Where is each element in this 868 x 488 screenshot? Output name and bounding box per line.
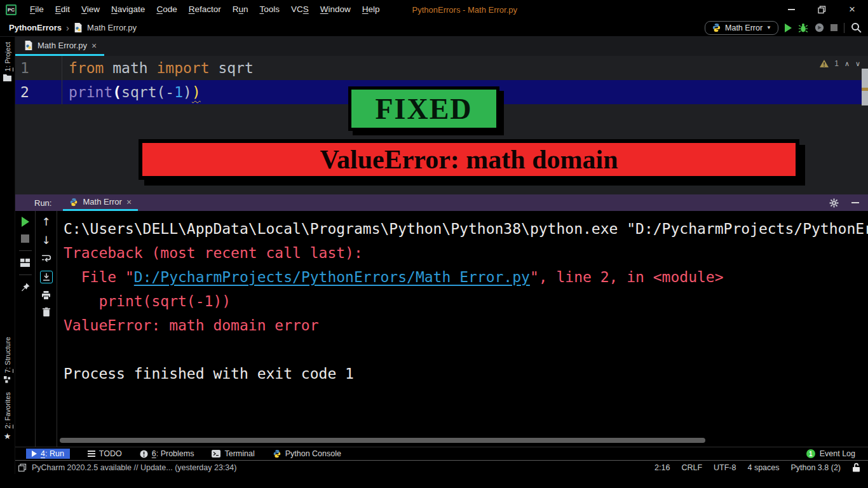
trash-icon bbox=[43, 308, 50, 316]
toolwindow-todo[interactable]: TODO bbox=[88, 449, 122, 458]
breadcrumb-file[interactable]: Math Error.py bbox=[87, 23, 137, 32]
scroll-to-end-button[interactable] bbox=[40, 271, 53, 283]
sidebar-item-project[interactable]: 1: Project bbox=[3, 42, 11, 81]
python-file-icon bbox=[74, 23, 83, 32]
file-encoding[interactable]: UTF-8 bbox=[714, 463, 736, 472]
menu-item-window[interactable]: Window bbox=[315, 0, 356, 19]
terminal-icon bbox=[212, 450, 220, 458]
toolwindow-switcher-icon[interactable] bbox=[18, 463, 27, 472]
restore-layout-button[interactable] bbox=[20, 259, 30, 267]
chevron-down-icon: ▼ bbox=[766, 25, 771, 30]
breadcrumb-project[interactable]: PythonErrors bbox=[9, 23, 62, 32]
profiler-button[interactable] bbox=[815, 23, 824, 32]
search-everywhere-button[interactable] bbox=[851, 22, 862, 33]
problems-label: 6: Problems bbox=[152, 449, 194, 458]
menu-item-run[interactable]: Run bbox=[227, 0, 254, 19]
run-tab-math-error[interactable]: Math Error × bbox=[63, 194, 138, 211]
code-text: print(sqrt(-1)) bbox=[62, 80, 201, 104]
toolwindow-run[interactable]: 4: Run bbox=[26, 449, 70, 459]
console-error-line: ValueError: math domain error bbox=[64, 313, 868, 337]
line-ending[interactable]: CRLF bbox=[681, 463, 702, 472]
run-tab-title: Math Error bbox=[83, 197, 121, 207]
toolwindow-python-console[interactable]: Python Console bbox=[273, 449, 341, 458]
fixed-banner-text: FIXED bbox=[375, 92, 472, 126]
clear-console-button[interactable] bbox=[43, 308, 50, 316]
file-link[interactable]: D:/PycharmProjects/PythonErrors/Math Err… bbox=[134, 269, 530, 285]
gear-icon[interactable] bbox=[829, 198, 839, 208]
console-process-line: Process finished with exit code 1 bbox=[64, 362, 868, 386]
menu-item-vcs[interactable]: VCS bbox=[285, 0, 315, 19]
breadcrumb-chevron-icon: › bbox=[66, 22, 69, 33]
console-command-line: C:\Users\DELL\AppData\Local\Programs\Pyt… bbox=[64, 217, 868, 241]
window-title: PythonErrors - Math Error.py bbox=[412, 5, 517, 15]
interpreter[interactable]: Python 3.8 (2) bbox=[790, 463, 841, 472]
menu-item-refactor[interactable]: Refactor bbox=[183, 0, 227, 19]
soft-wrap-button[interactable] bbox=[41, 254, 51, 263]
caret-position[interactable]: 2:16 bbox=[654, 463, 670, 472]
toolwindow-terminal[interactable]: Terminal bbox=[212, 449, 254, 458]
up-stack-trace-button[interactable]: ↑ bbox=[41, 217, 50, 227]
console-file-line: File "D:/PycharmProjects/PythonErrors/Ma… bbox=[64, 265, 868, 289]
toolwindow-event-log[interactable]: 1 Event Log bbox=[806, 449, 855, 458]
event-log-badge: 1 bbox=[806, 449, 815, 458]
run-button[interactable] bbox=[785, 24, 792, 32]
play-icon bbox=[785, 24, 792, 32]
chevron-down-icon[interactable]: ∨ bbox=[855, 60, 860, 68]
toolwindow-bar: 4: Run TODO 6: Problems Terminal bbox=[15, 447, 868, 460]
stop-button[interactable] bbox=[21, 234, 29, 243]
star-icon: ★ bbox=[4, 431, 11, 441]
close-button[interactable]: × bbox=[848, 5, 857, 14]
sidebar-item-favorites[interactable]: 2: Favorites ★ bbox=[4, 392, 11, 441]
run-toolwindow-label: 4: Run bbox=[41, 449, 64, 458]
project-label: 1: Project bbox=[4, 42, 11, 71]
stop-icon bbox=[21, 234, 29, 243]
tab-math-error-py[interactable]: Math Error.py × bbox=[15, 37, 104, 56]
todo-list-icon bbox=[88, 451, 95, 457]
run-configuration-select[interactable]: Math Error ▼ bbox=[705, 21, 778, 35]
debug-button[interactable] bbox=[798, 23, 808, 33]
warning-count: 1 bbox=[834, 59, 839, 68]
unlock-icon[interactable] bbox=[852, 463, 860, 472]
code-text: from math import sqrt bbox=[62, 56, 254, 80]
toolbar-separator bbox=[19, 274, 32, 275]
pycharm-logo-icon: PC bbox=[6, 4, 17, 15]
error-stripe-mark[interactable] bbox=[862, 88, 868, 91]
down-stack-trace-button[interactable]: ↓ bbox=[41, 235, 50, 246]
printer-icon bbox=[41, 291, 51, 300]
indent-setting[interactable]: 4 spaces bbox=[747, 463, 779, 472]
python-logo-icon bbox=[69, 198, 78, 207]
restore-button[interactable] bbox=[817, 5, 826, 14]
hide-panel-icon[interactable] bbox=[851, 202, 859, 203]
line-number: 2 bbox=[15, 80, 62, 104]
run-console: ↑ ↓ C:\Users\DELL\AppD bbox=[15, 211, 868, 447]
menu-item-navigate[interactable]: Navigate bbox=[105, 0, 151, 19]
editor-scrollbar[interactable] bbox=[862, 69, 868, 105]
toolbar-separator bbox=[19, 250, 32, 251]
menu-item-view[interactable]: View bbox=[76, 0, 105, 19]
console-horizontal-scrollbar[interactable] bbox=[60, 438, 705, 443]
toolwindow-problems[interactable]: 6: Problems bbox=[140, 449, 194, 458]
menu-item-code[interactable]: Code bbox=[151, 0, 182, 19]
pin-button[interactable] bbox=[21, 283, 30, 292]
menu-item-file[interactable]: File bbox=[24, 0, 50, 19]
inspection-widget[interactable]: 1 ∧ ∨ bbox=[820, 59, 860, 68]
status-message[interactable]: PyCharm 2020.2.5 available // Update... … bbox=[32, 463, 236, 472]
rerun-button[interactable] bbox=[22, 217, 29, 227]
tab-close-icon[interactable]: × bbox=[92, 41, 97, 50]
structure-icon bbox=[4, 376, 11, 383]
console-traceback-line: Traceback (most recent call last): bbox=[64, 241, 868, 265]
run-tab-close-icon[interactable]: × bbox=[126, 198, 132, 207]
menu-item-help[interactable]: Help bbox=[356, 0, 386, 19]
print-button[interactable] bbox=[41, 291, 51, 300]
menu-item-tools[interactable]: Tools bbox=[254, 0, 285, 19]
structure-label: 7: Structure bbox=[4, 337, 11, 373]
sidebar-item-structure[interactable]: 7: Structure bbox=[4, 337, 11, 383]
profiler-icon bbox=[815, 23, 824, 32]
python-file-icon bbox=[24, 41, 33, 50]
minimize-button[interactable] bbox=[787, 5, 796, 14]
editor-tab-bar: Math Error.py × bbox=[15, 37, 868, 56]
console-output[interactable]: C:\Users\DELL\AppData\Local\Programs\Pyt… bbox=[57, 211, 868, 447]
stop-button[interactable] bbox=[831, 24, 837, 31]
menu-item-edit[interactable]: Edit bbox=[50, 0, 76, 19]
chevron-up-icon[interactable]: ∧ bbox=[844, 60, 850, 68]
